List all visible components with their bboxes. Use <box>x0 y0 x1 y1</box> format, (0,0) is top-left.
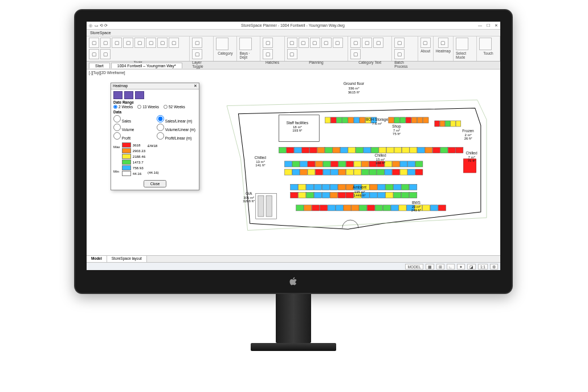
svg-text:BOH Storage: BOH Storage <box>366 117 388 122</box>
fixture <box>346 193 353 198</box>
fixture <box>312 205 319 211</box>
bays-dept-icon[interactable] <box>239 38 252 50</box>
planning-button-1[interactable]: ▢ <box>299 38 309 48</box>
heatmap-mode-a-button[interactable] <box>113 91 122 99</box>
fixture <box>300 169 307 175</box>
planning-button-2[interactable]: ▢ <box>310 38 320 48</box>
fixture <box>296 205 304 211</box>
window-close[interactable]: ✕ <box>495 23 498 28</box>
window-maximize[interactable]: ☐ <box>487 23 490 28</box>
fixture <box>342 117 348 123</box>
layer-toggle-button-1[interactable]: ▢ <box>192 49 202 59</box>
doc-tab-active[interactable]: 1004 Fontwell – Youngman Way* <box>111 63 182 68</box>
fixture <box>430 205 438 211</box>
ribbon-label: Select Mode <box>456 51 474 59</box>
date-radio-13-weeks[interactable]: 13 Weeks <box>137 105 159 109</box>
status-grid-icon[interactable]: ▦ <box>426 264 434 270</box>
legend-max-label: Max <box>113 145 120 149</box>
fixture <box>425 148 432 153</box>
layout-tab[interactable]: StoreSpace layout <box>107 256 147 262</box>
fixture <box>400 117 406 123</box>
hatches-button-1[interactable]: ▢ <box>263 49 273 59</box>
tools-button-9[interactable]: ▢ <box>100 49 111 59</box>
heatmap-mode-c-button[interactable] <box>135 91 144 99</box>
fixture <box>370 193 377 198</box>
ribbon-tab-storespace[interactable]: StoreSpace <box>90 31 111 35</box>
metric-radio-profit-linear-m-[interactable]: Profit/Linear (m) <box>157 132 197 140</box>
svg-text:Frozen: Frozen <box>462 129 474 133</box>
about-button-0[interactable]: ▢ <box>420 38 431 48</box>
tools-button-4[interactable]: ▢ <box>134 38 145 48</box>
ribbon-group-tools: ▢▢▢▢▢▢▢▢▢▢Tools <box>87 36 190 61</box>
ribbon-group-bays-dept: Bays · Dept <box>237 36 260 61</box>
category-text-button-0[interactable]: ▢ <box>350 38 361 48</box>
fixture <box>338 184 345 190</box>
drawing-canvas[interactable]: Heatmap ✕ Date Range 2 Weeks 13 Weeks 52… <box>87 76 500 263</box>
tools-button-0[interactable]: ▢ <box>89 38 99 48</box>
fixture <box>391 205 398 211</box>
touch-icon[interactable] <box>479 38 492 50</box>
fixture <box>308 161 315 167</box>
planning-button-0[interactable]: ▢ <box>287 38 297 48</box>
model-tab[interactable]: Model <box>87 256 107 262</box>
metric-radio-volume[interactable]: Volume <box>113 124 153 132</box>
status-ortho-icon[interactable]: ∟ <box>447 264 455 270</box>
qat-icons: ▭ ⟲ ⟳ <box>95 23 108 28</box>
fixture <box>317 148 325 153</box>
fixture <box>370 184 377 190</box>
status-scale-icon[interactable]: 1:1 <box>478 264 488 270</box>
fixture <box>284 161 292 167</box>
planning-button-3[interactable]: ▢ <box>321 38 332 48</box>
metric-radio-sales-linear-m-[interactable]: Sales/Linear (m) <box>157 115 197 123</box>
room-label-chilledC: Chilled15 m²166 ft² <box>375 153 386 165</box>
fixture <box>346 161 353 167</box>
metric-radio-profit[interactable]: Profit <box>113 132 153 140</box>
category-icon[interactable] <box>216 38 228 50</box>
status-mode[interactable]: MODEL <box>405 264 423 270</box>
tools-button-1[interactable]: ▢ <box>100 38 111 48</box>
fixture <box>314 184 321 190</box>
batch-process-button-1[interactable]: ▢ <box>394 49 405 59</box>
fixture <box>348 117 354 123</box>
heatmap-dialog-close-icon[interactable]: ✕ <box>194 84 197 88</box>
tools-button-7[interactable]: ▢ <box>169 38 179 48</box>
document-tabs: Start 1004 Fontwell – Youngman Way* <box>87 62 500 70</box>
status-polar-icon[interactable]: ✦ <box>457 264 465 270</box>
svg-text:3298 ft²: 3298 ft² <box>243 199 255 203</box>
heatmap-button-0[interactable]: ▢ <box>438 38 448 48</box>
tools-button-2[interactable]: ▢ <box>112 38 122 48</box>
fixture <box>323 161 330 167</box>
batch-process-button-0[interactable]: ▢ <box>394 38 405 48</box>
hatches-button-0[interactable]: ▢ <box>263 38 273 48</box>
select-mode-icon[interactable] <box>456 38 468 50</box>
tools-button-3[interactable]: ▢ <box>123 38 133 48</box>
ribbon-group-select-mode: Select Mode <box>454 36 477 61</box>
ribbon-label: Heatmap <box>436 49 451 53</box>
tools-button-8[interactable]: ▢ <box>89 49 99 59</box>
ribbon-group-category-text: ▢▢▢▢Category Text <box>348 36 392 61</box>
metric-radio-sales[interactable]: Sales <box>113 115 153 123</box>
status-gear-icon[interactable]: ⚙ <box>490 264 498 270</box>
doc-tab-start[interactable]: Start <box>89 63 110 68</box>
svg-text:Chilled: Chilled <box>466 151 477 155</box>
tools-button-5[interactable]: ▢ <box>146 38 156 48</box>
metric-radio-volume-linear-m-[interactable]: Volume/Linear (m) <box>157 124 197 132</box>
planning-button-5[interactable]: ▢ <box>287 49 297 59</box>
category-text-button-2[interactable]: ▢ <box>373 38 383 48</box>
date-radio-52-weeks[interactable]: 52 Weeks <box>164 105 185 109</box>
heatmap-mode-b-button[interactable] <box>124 91 133 99</box>
window-minimize[interactable]: — <box>478 23 482 28</box>
tools-button-6[interactable]: ▢ <box>157 38 168 48</box>
fixture <box>364 148 371 153</box>
planning-button-4[interactable]: ▢ <box>333 38 343 48</box>
status-osnap-icon[interactable]: ◪ <box>467 264 476 270</box>
heatmap-close-button[interactable]: Close <box>144 180 167 187</box>
category-text-button-3[interactable]: ▢ <box>350 49 361 59</box>
layer-toggle-button-0[interactable]: ▢ <box>192 38 202 48</box>
category-text-button-1[interactable]: ▢ <box>362 38 372 48</box>
status-snap-icon[interactable]: ⊞ <box>436 264 444 270</box>
date-radio-2-weeks[interactable]: 2 Weeks <box>113 105 133 109</box>
fixture <box>287 148 294 153</box>
fixture <box>362 161 369 167</box>
fixture <box>330 184 337 190</box>
